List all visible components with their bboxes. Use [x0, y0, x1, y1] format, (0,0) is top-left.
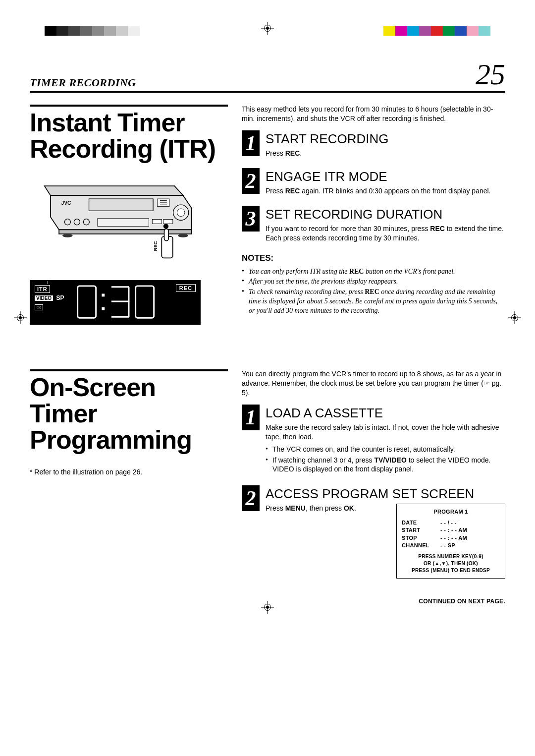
- osp-title: On-Screen Timer Programming: [30, 374, 228, 453]
- page-number: 25: [476, 59, 505, 89]
- display-video-indicator: VIDEO: [35, 295, 53, 301]
- display-sp-indicator: SP: [56, 294, 64, 301]
- front-display-panel: ITR REC VIDEO SP ○○: [30, 280, 201, 325]
- osp-step-2: 2 ACCESS PROGRAM SET SCREEN Press MENU, …: [242, 485, 505, 579]
- svg-point-3: [62, 234, 73, 237]
- registration-mark-icon: [508, 311, 521, 324]
- svg-point-4: [178, 234, 188, 237]
- step-title: SET RECORDING DURATION: [266, 206, 505, 223]
- itr-intro: This easy method lets you record for fro…: [242, 105, 505, 123]
- notes-heading: NOTES:: [242, 253, 505, 264]
- osp-intro: You can directly program the VCR's timer…: [242, 369, 505, 398]
- svg-rect-22: [78, 286, 96, 318]
- bullet-item: The VCR comes on, and the counter is res…: [266, 445, 505, 454]
- title-rule: [30, 369, 228, 371]
- step-number: 1: [242, 130, 260, 156]
- svg-rect-16: [152, 220, 161, 224]
- svg-rect-5: [89, 199, 154, 211]
- display-itr-indicator: ITR: [35, 285, 50, 293]
- printer-color-strip: [383, 26, 490, 36]
- registration-mark-icon: [261, 22, 274, 35]
- notes-list: You can only perform ITR using the REC b…: [242, 267, 505, 316]
- svg-marker-2: [59, 230, 192, 234]
- step-text: Make sure the record safety tab is intac…: [266, 423, 505, 442]
- bullet-item: If watching channel 3 or 4, press TV/VID…: [266, 456, 505, 474]
- step-title: ENGAGE ITR MODE: [266, 168, 505, 185]
- itr-step-3: 3 SET RECORDING DURATION If you want to …: [242, 206, 505, 243]
- osp-step-1: 1 LOAD A CASSETTE Make sure the record s…: [242, 405, 505, 476]
- step-number: 1: [242, 405, 260, 430]
- osp-ref-note: * Refer to the illustration on page 26.: [30, 468, 228, 476]
- step-text: If you want to record for more than 30 m…: [266, 224, 505, 243]
- step-title: LOAD A CASSETTE: [266, 405, 505, 422]
- note-item: You can only perform ITR using the REC b…: [242, 267, 505, 277]
- program-title: PROGRAM 1: [402, 508, 500, 516]
- svg-rect-15: [98, 219, 149, 227]
- note-item: After you set the time, the previous dis…: [242, 277, 505, 287]
- program-help: PRESS NUMBER KEY(0-9) OR (▲,▼), THEN (OK…: [402, 553, 500, 574]
- vcr-brand-label: JVC: [61, 200, 71, 206]
- continued-label: CONTINUED ON NEXT PAGE.: [242, 597, 505, 605]
- title-rule: [30, 105, 228, 107]
- step-number: 3: [242, 206, 260, 232]
- svg-point-18: [163, 224, 168, 229]
- registration-mark-icon: [261, 601, 274, 614]
- step-text: Press REC again. ITR blinks and 0:30 app…: [266, 186, 505, 196]
- section-label: TIMER RECORDING: [30, 76, 136, 89]
- svg-rect-24: [102, 307, 105, 310]
- svg-rect-20: [164, 229, 169, 241]
- svg-rect-17: [163, 220, 173, 224]
- step-bullets: The VCR comes on, and the counter is res…: [266, 445, 505, 474]
- step-text: Press REC.: [266, 149, 505, 158]
- display-cassette-icon: ○○: [35, 304, 43, 310]
- step-text: Press MENU, then press OK.: [266, 504, 389, 513]
- svg-marker-1: [45, 186, 183, 195]
- step-number: 2: [242, 485, 260, 511]
- svg-rect-25: [136, 286, 154, 318]
- printer-grayscale-strip: [45, 26, 140, 36]
- vcr-illustration: JVC: [30, 174, 228, 270]
- page-header: TIMER RECORDING 25: [30, 59, 505, 93]
- itr-step-2: 2 ENGAGE ITR MODE Press REC again. ITR b…: [242, 168, 505, 196]
- note-item: To check remaining recording time, press…: [242, 288, 505, 316]
- itr-step-1: 1 START RECORDING Press REC.: [242, 130, 505, 158]
- program-set-screen: PROGRAM 1 DATE- - / - - START- - : - - A…: [396, 504, 505, 579]
- display-time-digits: [74, 283, 183, 324]
- svg-text:REC: REC: [153, 241, 158, 251]
- step-number: 2: [242, 168, 260, 194]
- step-title: START RECORDING: [266, 130, 505, 148]
- registration-mark-icon: [14, 311, 27, 324]
- svg-point-11: [177, 209, 185, 217]
- itr-title: Instant Timer Recording (ITR): [30, 110, 228, 162]
- step-title: ACCESS PROGRAM SET SCREEN: [266, 485, 505, 503]
- svg-rect-23: [102, 294, 105, 297]
